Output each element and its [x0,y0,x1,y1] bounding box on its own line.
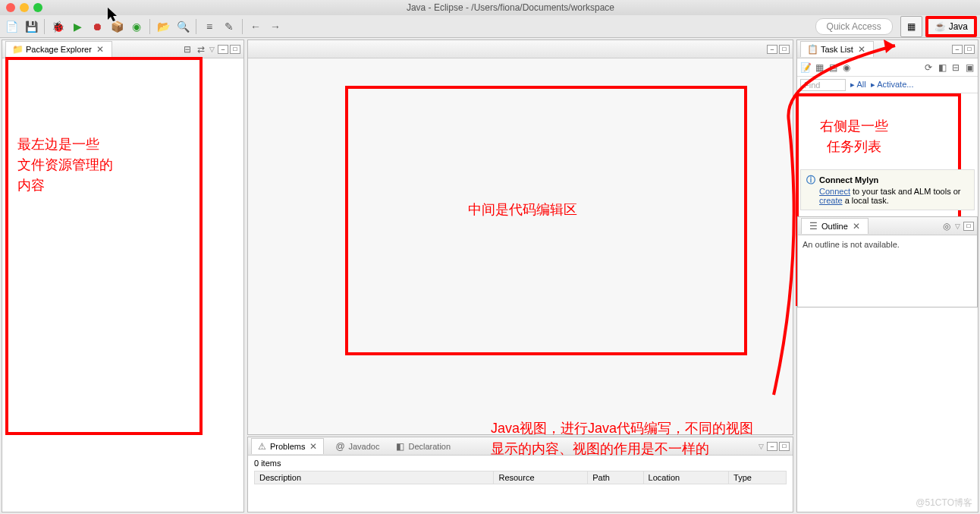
maximize-view-button[interactable]: □ [963,222,974,231]
hide-icon[interactable]: ◧ [937,62,947,73]
window-titlebar: Java - Eclipse - /Users/fiona/Documents/… [0,0,980,15]
new-class-button[interactable]: ◉ [128,18,145,35]
stop-button[interactable]: ⏺ [89,18,105,35]
annotation-center: 中间是代码编辑区 [468,200,577,220]
col-location[interactable]: Location [643,471,728,484]
maximize-view-button[interactable]: □ [779,442,790,451]
task-find-input[interactable]: Find [800,79,846,91]
task-list-icon: 📋 [807,44,818,55]
main-toolbar: 📄 💾 🐞 ▶ ⏺ 📦 ◉ 📂 🔍 ≡ ✎ ← → Quick Access ▦… [0,15,980,38]
declaration-tab[interactable]: ◧ Declaration [390,439,455,454]
problems-tab[interactable]: ⚠ Problems ✕ [251,438,324,454]
link-editor-icon[interactable]: ⇄ [196,44,206,55]
watermark: @51CTO博客 [916,497,972,509]
close-icon[interactable]: ✕ [851,221,862,232]
maximize-view-button[interactable]: □ [964,45,975,54]
new-button[interactable]: 📄 [3,18,20,35]
show-ui-icon[interactable]: ▣ [964,62,975,73]
new-task-icon[interactable]: 📝 [800,62,811,73]
minimize-view-button[interactable]: – [218,45,228,54]
minimize-view-button[interactable]: – [952,45,963,54]
outline-view: ☰ Outline ✕ ◎ ▽ □ An outline is not avai… [797,216,978,307]
save-button[interactable]: 💾 [23,18,39,35]
open-type-button[interactable]: 📂 [155,18,171,35]
connect-link[interactable]: Connect [819,187,850,196]
maximize-view-button[interactable]: □ [230,45,240,54]
annotation-right: 右侧是一些 任务列表 [820,116,888,157]
focus-icon[interactable]: ◎ [941,221,952,232]
zoom-window-icon[interactable] [33,3,42,12]
outline-empty-text: An outline is not available. [798,235,977,254]
connect-mylyn-panel: ⓘConnect Mylyn Connect to your task and … [800,169,975,210]
package-explorer-tab[interactable]: 📁 Package Explorer ✕ [5,41,112,57]
window-title: Java - Eclipse - /Users/fiona/Documents/… [47,2,974,13]
forward-button[interactable]: → [267,18,284,35]
focus-icon[interactable]: ◉ [841,62,852,73]
perspective-icon: ▦ [907,21,916,32]
java-perspective-button[interactable]: ☕ Java [925,16,977,37]
outline-icon: ☰ [808,221,818,232]
search-button[interactable]: 🔍 [174,18,191,35]
view-menu-icon[interactable]: ▽ [209,46,215,53]
back-button[interactable]: ← [247,18,264,35]
close-icon[interactable]: ✕ [95,44,105,55]
problems-view: ⚠ Problems ✕ @ Javadoc ◧ Declaration ▽ – [247,437,793,512]
close-window-icon[interactable] [6,3,15,12]
java-perspective-icon: ☕ [934,21,946,32]
package-explorer-icon: 📁 [12,44,23,55]
col-resource[interactable]: Resource [494,471,588,484]
javadoc-tab[interactable]: @ Javadoc [330,439,384,454]
view-menu-icon[interactable]: ▽ [955,222,960,230]
editor-area[interactable]: – □ 中间是代码编辑区 Java视图，进行Java代码编写，不同的视图 显示的… [247,39,793,435]
quick-access[interactable]: Quick Access [815,18,893,35]
col-description[interactable]: Description [255,471,494,484]
annotation-left: 最左边是一些 文件资源管理的 内容 [17,134,113,196]
maximize-editor-button[interactable]: □ [779,45,790,54]
col-type[interactable]: Type [729,471,787,484]
col-path[interactable]: Path [588,471,643,484]
synchronize-icon[interactable]: ⟳ [923,62,934,73]
task-list-view: 📋 Task List ✕ – □ 📝 ▦ ▤ ◉ ⟳ ◧ [796,39,978,512]
package-explorer-view: 📁 Package Explorer ✕ ⊟ ⇄ ▽ – □ 最左边是一些 文件… [2,39,244,512]
minimize-editor-button[interactable]: – [767,45,777,54]
mark-button[interactable]: ✎ [221,18,237,35]
close-icon[interactable]: ✕ [308,441,319,452]
problems-table[interactable]: Description Resource Path Location Type [254,471,787,484]
minimize-window-icon[interactable] [20,3,29,12]
task-activate-link[interactable]: Activate... [877,80,913,89]
debug-button[interactable]: 🐞 [49,18,66,35]
task-all-link[interactable]: All [856,80,865,89]
declaration-icon: ◧ [394,441,405,452]
run-button[interactable]: ▶ [69,18,86,35]
javadoc-icon: @ [335,441,345,452]
create-link[interactable]: create [819,196,843,205]
new-package-button[interactable]: 📦 [108,18,125,35]
problems-count: 0 items [254,459,787,468]
collapse-all-icon[interactable]: ⊟ [182,44,193,55]
toggle-breadcrumb-button[interactable]: ≡ [201,18,218,35]
close-icon[interactable]: ✕ [856,44,867,55]
categorize-icon[interactable]: ▦ [814,62,825,73]
info-icon: ⓘ [806,175,816,185]
outline-tab[interactable]: ☰ Outline ✕ [801,218,868,234]
schedule-icon[interactable]: ▤ [828,62,838,73]
open-perspective-button[interactable]: ▦ [900,16,922,37]
task-list-tab[interactable]: 📋 Task List ✕ [800,41,874,57]
collapse-icon[interactable]: ⊟ [950,62,961,73]
problems-icon: ⚠ [256,441,267,452]
view-menu-icon[interactable]: ▽ [759,443,764,450]
minimize-view-button[interactable]: – [767,442,777,451]
